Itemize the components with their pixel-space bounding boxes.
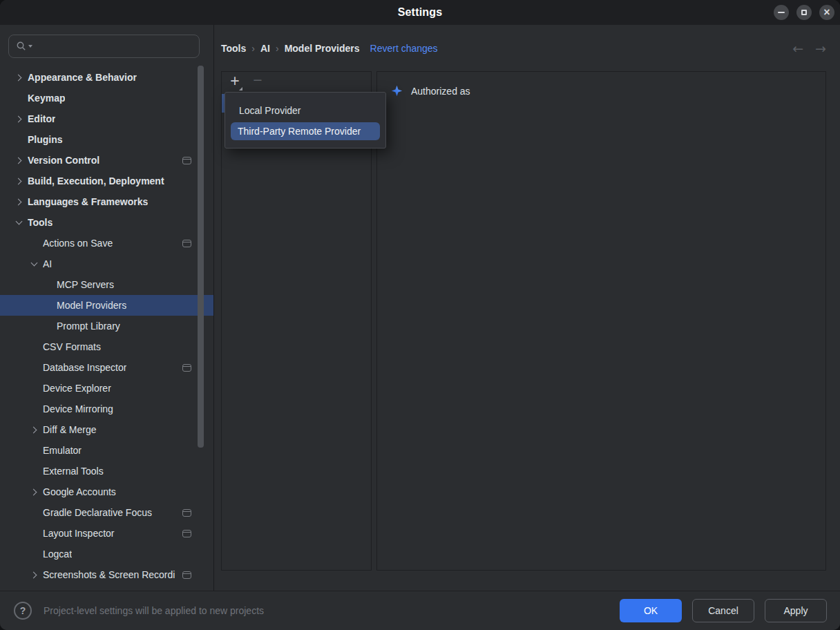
sidebar-item-languages-frameworks[interactable]: Languages & Frameworks — [0, 191, 213, 212]
breadcrumb-ai[interactable]: AI — [260, 43, 270, 54]
sidebar-item-layout-inspector[interactable]: Layout Inspector — [0, 523, 213, 544]
plus-icon: + — [230, 72, 239, 90]
chevron-down-icon[interactable] — [30, 260, 37, 267]
chevron-right-icon[interactable] — [15, 157, 21, 164]
sidebar-item-emulator[interactable]: Emulator — [0, 440, 213, 461]
ai-sparkle-icon — [391, 85, 403, 97]
chevron-right-icon[interactable] — [30, 488, 37, 495]
project-level-icon — [182, 240, 191, 247]
sidebar-item-device-explorer[interactable]: Device Explorer — [0, 378, 213, 399]
sidebar-item-label: Version Control — [28, 155, 99, 166]
sidebar-item-build-execution-deployment[interactable]: Build, Execution, Deployment — [0, 171, 213, 191]
project-level-icon — [182, 157, 191, 164]
project-level-icon — [182, 509, 191, 517]
sidebar-item-label: Google Accounts — [43, 486, 116, 497]
breadcrumb-separator: › — [276, 43, 279, 54]
sidebar-item-version-control[interactable]: Version Control — [0, 150, 213, 171]
chevron-right-icon[interactable] — [15, 115, 21, 122]
sidebar-item-label: External Tools — [43, 466, 104, 477]
sidebar-item-logcat[interactable]: Logcat — [0, 544, 213, 564]
add-provider-popup: Local Provider Third-Party Remote Provid… — [225, 92, 386, 149]
sidebar-item-label: Device Mirroring — [43, 403, 113, 414]
chevron-right-icon[interactable] — [30, 426, 37, 433]
sidebar-item-label: Prompt Library — [57, 321, 120, 332]
sidebar-item-keymap[interactable]: Keymap — [0, 88, 213, 108]
popup-item-third-party-remote-provider[interactable]: Third-Party Remote Provider — [231, 122, 380, 140]
sidebar-item-label: Languages & Frameworks — [28, 196, 148, 207]
close-button[interactable]: × — [819, 5, 834, 20]
sidebar-scrollbar[interactable] — [198, 66, 204, 448]
titlebar: Settings × — [0, 0, 840, 25]
project-level-icon — [182, 571, 191, 579]
remove-provider-button[interactable]: − — [251, 74, 265, 89]
sidebar-item-model-providers[interactable]: Model Providers — [0, 295, 213, 316]
sidebar-item-screenshots-screen-recording[interactable]: Screenshots & Screen Recordi — [0, 564, 213, 585]
sidebar-item-actions-on-save[interactable]: Actions on Save — [0, 233, 213, 254]
sidebar-item-label: Gradle Declarative Focus — [43, 507, 152, 518]
sidebar-item-mcp-servers[interactable]: MCP Servers — [0, 274, 213, 295]
sidebar-item-label: Database Inspector — [43, 362, 126, 373]
add-provider-button[interactable]: + — [228, 74, 242, 89]
window-title: Settings — [398, 6, 443, 19]
sidebar-item-prompt-library[interactable]: Prompt Library — [0, 316, 213, 336]
cancel-button[interactable]: Cancel — [692, 599, 754, 622]
sidebar-item-plugins[interactable]: Plugins — [0, 129, 213, 150]
footer-bar: ? Project-level settings will be applied… — [0, 591, 840, 630]
sidebar-item-editor[interactable]: Editor — [0, 108, 213, 129]
sidebar-item-ai[interactable]: AI — [0, 254, 213, 274]
ok-button[interactable]: OK — [620, 599, 682, 622]
sidebar-item-diff-merge[interactable]: Diff & Merge — [0, 419, 213, 440]
sidebar-item-label: Plugins — [28, 134, 63, 145]
provider-list-toolbar: + − — [222, 72, 371, 89]
minimize-button[interactable] — [774, 5, 789, 20]
chevron-right-icon[interactable] — [30, 571, 37, 578]
popup-item-local-provider[interactable]: Local Provider — [225, 102, 385, 120]
sidebar-item-label: Tools — [28, 217, 52, 228]
minus-icon: − — [253, 71, 262, 89]
sidebar-item-device-mirroring[interactable]: Device Mirroring — [0, 399, 213, 419]
chevron-down-icon[interactable] — [15, 218, 22, 225]
maximize-icon — [801, 10, 807, 15]
sidebar-item-label: Emulator — [43, 445, 82, 456]
sidebar-item-tools[interactable]: Tools — [0, 212, 213, 233]
sidebar-item-gradle-declarative-focus[interactable]: Gradle Declarative Focus — [0, 502, 213, 523]
breadcrumb: Tools › AI › Model Providers Revert chan… — [214, 25, 840, 71]
minimize-icon — [778, 12, 785, 13]
search-row — [0, 25, 213, 58]
sidebar-item-label: Screenshots & Screen Recordi — [43, 569, 175, 580]
revert-changes-link[interactable]: Revert changes — [370, 43, 438, 54]
sidebar-item-label: Diff & Merge — [43, 424, 97, 435]
search-icon — [16, 41, 27, 52]
settings-search-box[interactable] — [8, 35, 200, 58]
footer-status-text: Project-level settings will be applied t… — [44, 605, 264, 616]
back-arrow-icon[interactable]: ← — [792, 41, 803, 56]
sidebar-item-appearance-behavior[interactable]: Appearance & Behavior — [0, 67, 213, 88]
dropdown-caret-icon — [239, 87, 242, 90]
sidebar-item-google-accounts[interactable]: Google Accounts — [0, 481, 213, 502]
sidebar-item-label: MCP Servers — [57, 279, 114, 290]
sidebar-item-label: Keymap — [28, 93, 65, 104]
chevron-right-icon[interactable] — [15, 74, 21, 81]
sidebar-item-database-inspector[interactable]: Database Inspector — [0, 357, 213, 378]
settings-search-input[interactable] — [32, 40, 193, 52]
chevron-right-icon[interactable] — [15, 198, 21, 205]
breadcrumb-model-providers[interactable]: Model Providers — [285, 43, 360, 54]
breadcrumb-tools[interactable]: Tools — [221, 43, 246, 54]
forward-arrow-icon[interactable]: → — [815, 41, 826, 56]
chevron-right-icon[interactable] — [15, 178, 21, 184]
breadcrumb-separator: › — [251, 43, 255, 54]
sidebar-item-external-tools[interactable]: External Tools — [0, 461, 213, 481]
close-icon: × — [823, 7, 830, 18]
sidebar-item-csv-formats[interactable]: CSV Formats — [0, 336, 213, 357]
maximize-button[interactable] — [796, 5, 812, 20]
question-mark-icon: ? — [20, 605, 26, 616]
sidebar-item-label: Build, Execution, Deployment — [28, 175, 164, 187]
apply-button[interactable]: Apply — [765, 599, 827, 622]
sidebar-item-label: Layout Inspector — [43, 528, 115, 539]
sidebar-item-label: Logcat — [43, 548, 72, 560]
help-button[interactable]: ? — [14, 602, 32, 620]
sidebar-item-label: Model Providers — [57, 300, 126, 311]
dialog-buttons: OK Cancel Apply — [620, 599, 827, 622]
provider-detail-panel: Authorized as — [376, 71, 826, 571]
sidebar-item-label: AI — [43, 258, 52, 269]
